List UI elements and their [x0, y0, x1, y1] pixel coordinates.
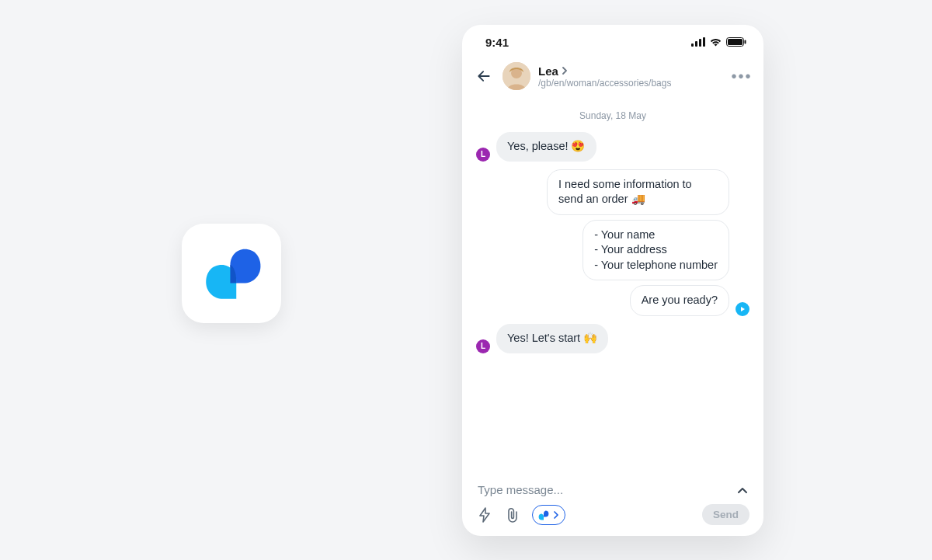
expand-composer-button[interactable]: [737, 483, 748, 496]
battery-icon: [726, 36, 746, 49]
arrow-left-icon: [476, 68, 492, 84]
message-row: I need some information to send an order…: [476, 169, 749, 316]
svg-rect-3: [703, 37, 705, 47]
date-separator: Sunday, 18 May: [476, 110, 749, 121]
suggestion-pill[interactable]: [532, 505, 565, 525]
message-row: L Yes, please! 😍: [476, 132, 749, 162]
chevron-right-icon: [562, 67, 568, 75]
back-button[interactable]: [473, 65, 495, 87]
wifi-icon: [709, 36, 722, 49]
app-icon-tile: [182, 224, 281, 323]
message-input[interactable]: Type message...: [478, 483, 563, 496]
composer: Type message...: [462, 475, 763, 536]
message-status[interactable]: [736, 302, 749, 316]
status-time: 9:41: [485, 36, 509, 49]
contact-avatar[interactable]: [503, 62, 530, 90]
status-bar: 9:41: [462, 25, 763, 59]
composer-toolbar: Send: [476, 504, 749, 525]
chevron-up-icon: [737, 486, 748, 494]
message-bubble-outgoing: - Your name - Your address - Your teleph…: [582, 220, 729, 281]
message-bubble-outgoing: I need some information to send an order…: [547, 169, 729, 215]
chat-header: Lea /gb/en/woman/accessories/bags •••: [462, 59, 763, 101]
chat-body[interactable]: Sunday, 18 May L Yes, please! 😍 I need s…: [462, 101, 763, 475]
chat-bubble-icon: [537, 509, 550, 521]
lightning-icon: [478, 507, 492, 523]
message-bubble-incoming: Yes, please! 😍: [496, 132, 596, 162]
attach-button[interactable]: [504, 506, 521, 523]
status-indicators: [691, 36, 746, 49]
message-line: - Your address: [594, 242, 718, 258]
svg-rect-6: [745, 40, 746, 43]
svg-rect-0: [691, 43, 694, 47]
message-line: - Your name: [594, 228, 718, 243]
more-button[interactable]: •••: [731, 65, 753, 87]
send-button[interactable]: Send: [702, 504, 749, 525]
chevron-right-icon: [553, 511, 558, 519]
message-line: - Your telephone number: [594, 258, 718, 273]
contact-mini-avatar: L: [476, 339, 490, 353]
message-row: L Yes! Let's start 🙌: [476, 324, 749, 353]
svg-rect-1: [695, 41, 697, 47]
message-bubble-incoming: Yes! Let's start 🙌: [496, 324, 608, 353]
phone-frame: 9:41: [462, 25, 763, 536]
app-logo: [201, 243, 262, 304]
message-bubble-outgoing: Are you ready?: [630, 285, 729, 316]
play-icon: [736, 302, 749, 316]
quick-reply-button[interactable]: [476, 506, 493, 523]
contact-name-row[interactable]: Lea: [538, 64, 723, 78]
cellular-icon: [691, 36, 705, 49]
paperclip-icon: [506, 507, 520, 523]
dots-icon: •••: [731, 68, 752, 85]
contact-name: Lea: [538, 64, 558, 78]
contact-mini-avatar: L: [476, 148, 490, 162]
svg-rect-5: [728, 39, 742, 45]
contact-path: /gb/en/woman/accessories/bags: [538, 78, 723, 89]
svg-rect-2: [699, 39, 701, 47]
